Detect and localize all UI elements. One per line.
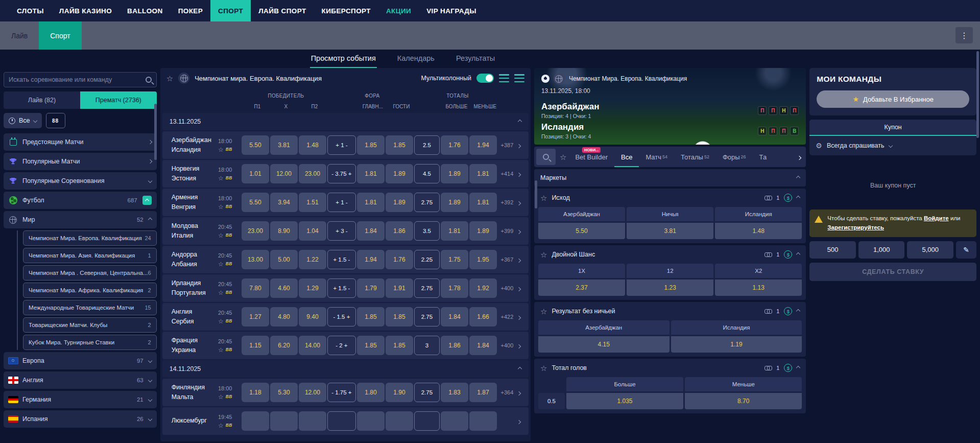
favorite-star-icon[interactable]: ☆ [218,318,224,324]
favorite-star-icon[interactable]: ☆ [218,147,224,153]
odds-x[interactable]: 4.80 [270,307,298,327]
view-tab-календарь[interactable]: Календарь [396,50,436,68]
sidebar-item-англия[interactable]: Англия63 [4,371,157,389]
total-line[interactable] [414,411,440,431]
odds-x[interactable] [270,411,298,431]
option-odds[interactable]: 1.035 [566,393,683,409]
odds-p2[interactable]: 9.40 [299,307,326,327]
favorite-star-icon[interactable]: ☆ [218,347,224,353]
open-event-chevron[interactable] [517,341,523,350]
handicap-home-odds[interactable]: 1.85 [357,307,385,327]
handicap-line[interactable]: + 3 - [327,221,356,241]
multicolumn-toggle[interactable] [476,74,494,83]
odds-p2[interactable]: 1.04 [299,221,326,241]
market-header[interactable]: ☆Результат без ничьей1$ [538,302,802,320]
nav-item-покер[interactable]: ПОКЕР [171,0,210,21]
favorite-star-icon[interactable]: ☆ [540,364,547,372]
open-event-chevron[interactable] [517,226,523,236]
sidebar-league-item[interactable]: Чемпионат Мира. Азия. Квалификация1 [23,248,157,263]
option-odds[interactable]: 1.13 [715,279,802,296]
stake-preset-500[interactable]: 500 [809,241,856,259]
total-under-odds[interactable]: 1.81 [469,164,497,183]
markets-accordion-header[interactable]: Маркеты [534,169,806,186]
odds-x[interactable]: 5.30 [270,383,298,402]
mode-tab-лайв[interactable]: Лайв [0,21,39,50]
nav-item-vip-награды[interactable]: VIP НАГРАДЫ [419,0,484,21]
handicap-home-odds[interactable]: 1.80 [357,383,385,402]
handicap-line[interactable]: + 1 - [327,135,356,155]
event-row[interactable]: ФинляндияМальта18:00☆BB1.185.3012.00- 1.… [162,379,529,406]
odds-p2[interactable]: 1.29 [299,278,326,298]
sidebar-tab-live[interactable]: Лайв (82) [4,91,80,109]
sidebar-scrollbar[interactable] [154,104,157,160]
option-odds[interactable]: 2.37 [538,279,625,296]
handicap-home-odds[interactable] [357,411,385,431]
favorite-star-icon[interactable]: ☆ [540,251,547,259]
always-ask-dropdown[interactable]: ⚙ Всегда спрашивать [809,136,976,155]
odds-p2[interactable]: 1.51 [299,193,326,212]
odds-p1[interactable]: 1.18 [242,383,269,402]
handicap-away-odds[interactable]: 1.86 [386,221,413,241]
event-row[interactable]: АнглияСербия20:45☆BB1.274.809.40- 1.5 +1… [162,303,529,331]
handicap-away-odds[interactable]: 1.89 [386,193,413,212]
tabs-overflow-chevron[interactable] [798,152,804,161]
total-under-odds[interactable]: 1.94 [469,135,497,155]
odds-p1[interactable]: 13.00 [242,250,269,269]
nav-item-лайв-спорт[interactable]: ЛАЙВ СПОРТ [251,0,314,21]
detail-scrollbar[interactable] [535,180,537,208]
market-header[interactable]: ☆Тотал голов1$ [538,359,802,377]
market-tab-все[interactable]: Все [614,147,639,167]
market-tab-матч[interactable]: Матч54 [639,147,674,167]
total-over-odds[interactable]: 1.81 [441,221,468,241]
favorite-star-icon[interactable]: ☆ [218,394,224,400]
total-line[interactable]: 2.75 [414,307,440,327]
event-row[interactable]: АрменияВенгрия18:00☆BB5.503.941.51+ 1 -1… [162,189,529,216]
event-row[interactable]: НорвегияЭстония18:00☆BB1.0112.0023.00- 3… [162,160,529,188]
odds-p2[interactable]: 12.00 [299,383,326,402]
register-link[interactable]: Зарегистрируйтесь [827,224,884,230]
handicap-away-odds[interactable] [386,411,413,431]
odds-p1[interactable] [242,411,269,431]
total-under-odds[interactable]: 1.89 [469,221,497,241]
market-header[interactable]: ☆Исход1$ [538,189,802,207]
sidebar-league-item[interactable]: Чемпионат Мира. Европа. Квалификация24 [23,230,157,246]
handicap-away-odds[interactable]: 1.89 [386,164,413,183]
view-tab-результаты[interactable]: Результаты [455,50,496,68]
odds-p2[interactable]: 1.48 [299,135,326,155]
time-filter-dropdown[interactable]: Все [4,113,42,128]
market-tab-тоталы[interactable]: Тоталы52 [674,147,716,167]
event-row[interactable]: ИрландияПортугалия20:45☆BB7.804.601.29+ … [162,274,529,302]
odds-x[interactable]: 12.00 [270,164,298,183]
event-row[interactable]: ФранцияУкраина20:45☆BB1.156.2014.00- 2 +… [162,332,529,359]
option-odds[interactable]: 8.70 [685,393,802,409]
view-tab-просмотр-события[interactable]: Просмотр события [310,50,377,68]
handicap-away-odds[interactable]: 1.76 [386,250,413,269]
total-under-odds[interactable]: 1.84 [469,336,497,355]
handicap-away-odds[interactable]: 1.90 [386,383,413,402]
edit-stake-button[interactable]: ✎ [956,241,976,259]
odds-p1[interactable]: 7.80 [242,278,269,298]
total-over-odds[interactable]: 1.75 [441,250,468,269]
total-under-odds[interactable]: 1.95 [469,250,497,269]
sidebar-item-популярные-соревнования[interactable]: Популярные Соревнования [4,172,157,190]
option-odds[interactable]: 3.81 [627,223,713,239]
open-event-chevron[interactable] [517,416,523,426]
sidebar-item-предстоящие-матчи[interactable]: Предстоящие Матчи [4,133,157,151]
option-odds[interactable]: 1.48 [715,223,802,239]
stake-preset-1000[interactable]: 1,000 [858,241,905,259]
handicap-away-odds[interactable]: 1.85 [386,135,413,155]
odds-p1[interactable]: 1.01 [242,164,269,183]
total-line[interactable]: 2.25 [414,250,440,269]
handicap-away-odds[interactable]: 1.91 [386,278,413,298]
handicap-line[interactable]: - 1.75 + [327,383,356,402]
sidebar-league-item[interactable]: Чемпионат Мира. Африка. Квалификация2 [23,283,157,298]
total-under-odds[interactable] [469,411,497,431]
event-row[interactable]: Люксембург19:45☆BB [162,407,529,435]
handicap-line[interactable]: - 3.75 + [327,164,356,183]
mode-tab-спорт[interactable]: Спорт [39,21,81,50]
handicap-away-odds[interactable]: 1.85 [386,336,413,355]
open-event-chevron[interactable] [517,388,523,397]
odds-p1[interactable]: 23.00 [242,221,269,241]
handicap-home-odds[interactable]: 1.84 [357,221,385,241]
favorite-star-icon[interactable]: ☆ [540,194,547,202]
